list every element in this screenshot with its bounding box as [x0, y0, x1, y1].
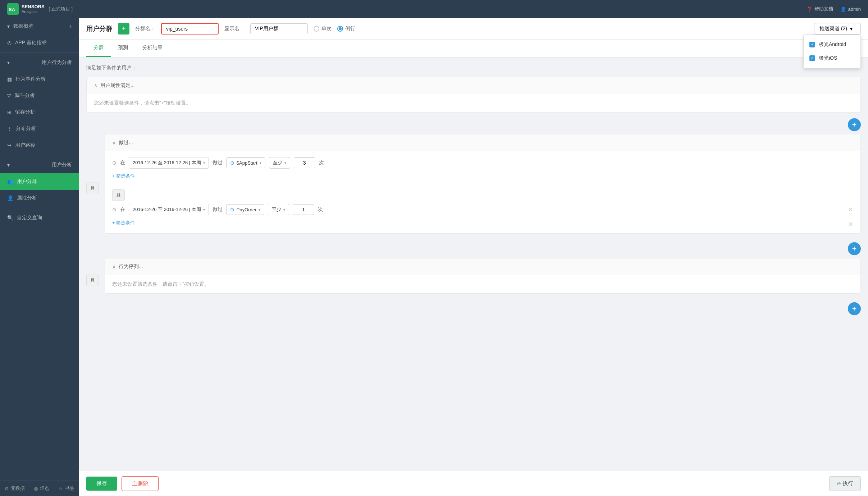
bar-chart-icon: ▦ [7, 76, 12, 82]
grid-icon: ⊞ [7, 109, 12, 115]
outer-and-badge: 且 [86, 183, 99, 194]
content-tabs: 分群 预测 分析结果 [79, 40, 868, 58]
operator-value-2: 至少 [272, 206, 281, 213]
add-done-button[interactable]: + [848, 242, 861, 255]
spacer-1 [112, 179, 853, 184]
sidebar-item-attribute-analysis[interactable]: 👤 属性分析 [0, 190, 79, 206]
help-button[interactable]: ❓ 帮助文档 [807, 6, 833, 12]
sidebar-bottom-meta[interactable]: ⊙ 元数据 [5, 485, 25, 492]
topbar-right: ❓ 帮助文档 👤 admin [807, 6, 861, 12]
admin-button[interactable]: 👤 admin [840, 6, 861, 12]
save-button[interactable]: 保存 [86, 477, 117, 491]
add-filter-label-1: + 筛选条件 [112, 173, 135, 179]
push-option-ios[interactable]: ✓ 极光iOS [804, 51, 860, 65]
add-user-attr-button[interactable]: + [848, 118, 861, 131]
done-collapse-icon[interactable]: ∧ [112, 140, 116, 146]
push-channel-button[interactable]: 推送渠道 (2) ▾ [814, 23, 861, 35]
date-range-select-1[interactable]: 2016-12-26 至 2016-12-26 | 本周 ▾ [129, 157, 209, 169]
count-input-1[interactable] [294, 157, 315, 168]
date-range-select-2[interactable]: 2016-12-26 至 2016-12-26 | 本周 ▾ [129, 204, 209, 215]
checkbox-android: ✓ [809, 42, 815, 47]
date-range-arrow-2: ▾ [203, 208, 205, 212]
operator-select-2[interactable]: 至少 ▾ [268, 204, 289, 215]
display-name-input[interactable] [250, 23, 308, 34]
sidebar-item-label: APP 基础指标 [15, 40, 47, 46]
push-option-android[interactable]: ✓ 极光Android [804, 38, 860, 51]
sidebar-item-label: 用户分群 [17, 178, 37, 185]
user-attr-body: 您还未设置筛选条件，请点击"+"按钮设置。 [87, 94, 860, 112]
event-select-1[interactable]: ⊙ $AppStart ▾ [226, 157, 265, 168]
done-block: ∧ 做过... ⊙ 在 2016-12-26 至 2016-12-26 | 本周… [105, 134, 861, 234]
radio-once[interactable]: 单次 [314, 26, 332, 32]
display-name-label: 显示名： [224, 26, 245, 32]
chevron-down-icon: ▾ [850, 26, 853, 32]
sequence-block: ∧ 行为序列... 您还未设置筛选条件，请点击"+"按钮设置。 [105, 258, 861, 294]
sidebar-item-event-analysis[interactable]: ▦ 行为事件分析 [0, 71, 79, 87]
event-name-2: PayOrder [237, 207, 257, 212]
admin-icon: 👤 [840, 6, 846, 12]
in-label-2: 在 [120, 206, 125, 213]
inner-and-badge: 且 [112, 189, 125, 201]
inner-and-row: 且 [112, 187, 853, 201]
push-dropdown-container: 推送渠道 (2) ▾ ✓ 极光Android ✓ 极光iOS [814, 23, 861, 35]
sidebar-bottom-bookmarks[interactable]: ☆ 书签 [59, 485, 74, 492]
radio-recurring[interactable]: 例行 [337, 26, 355, 32]
admin-label: admin [848, 6, 861, 12]
collapse-icon[interactable]: ∧ [94, 83, 97, 88]
sidebar-item-user-behavior[interactable]: ▾ 用户行为分析 [0, 54, 79, 71]
path-icon: ↪ [7, 142, 12, 148]
radio-recurring-label: 例行 [345, 26, 355, 32]
radio-once-label: 单次 [321, 26, 332, 32]
sidebar-item-retention[interactable]: ⊞ 留存分析 [0, 104, 79, 120]
sidebar-item-app-metrics[interactable]: ◎ APP 基础指标 [0, 35, 79, 51]
condition-intro: 满足如下条件的用户： [86, 65, 861, 71]
logo-text: SENSORS Analytics [22, 4, 45, 14]
sequence-collapse-icon[interactable]: ∧ [112, 264, 116, 270]
query-icon: 🔍 [7, 215, 13, 221]
execute-button[interactable]: ⊙ 执行 [829, 476, 861, 491]
add-filter-2[interactable]: + 筛选条件 [112, 220, 853, 226]
operator-select-1[interactable]: 至少 ▾ [269, 157, 290, 169]
tab-segment[interactable]: 分群 [86, 40, 111, 57]
done-block-body: ⊙ 在 2016-12-26 至 2016-12-26 | 本周 ▾ 做过 ⊙ … [105, 151, 860, 233]
tab-predict[interactable]: 预测 [111, 40, 135, 57]
sidebar-item-label: 行为事件分析 [15, 76, 46, 82]
sidebar-bottom: ⊙ 元数据 ◎ 埋点 ☆ 书签 [0, 481, 79, 496]
sidebar-item-funnel[interactable]: ▽ 漏斗分析 [0, 87, 79, 104]
add-sequence-button[interactable]: + [848, 302, 861, 315]
sidebar-divider-2 [0, 155, 79, 155]
distribution-icon: ⋮ [7, 126, 12, 132]
sequence-empty: 您还未设置筛选条件，请点击"+"按钮设置。 [112, 281, 853, 288]
tracking-icon: ◎ [34, 486, 38, 491]
sidebar-item-custom-query[interactable]: 🔍 自定义查询 [0, 210, 79, 226]
delete-row-1[interactable]: ✕ [848, 206, 853, 213]
count-input-2[interactable] [293, 204, 314, 215]
radio-group: 单次 例行 [314, 26, 355, 32]
tab-analysis[interactable]: 分析结果 [135, 40, 170, 57]
sidebar-bottom-tracking[interactable]: ◎ 埋点 [34, 485, 49, 492]
sidebar-item-user-analysis[interactable]: ▾ 用户分析 [0, 157, 79, 173]
add-segment-button[interactable]: + [118, 23, 129, 35]
event-arrow-2: ▾ [259, 208, 260, 212]
plus-icon[interactable]: + [69, 23, 72, 29]
camera-icon-2: ⊙ [112, 207, 117, 212]
event-name-1: $AppStart [237, 160, 257, 166]
content-body: 满足如下条件的用户： ∧ 用户属性满足... 您还未设置筛选条件，请点击"+"按… [79, 58, 868, 471]
sidebar-item-label: 用户分析 [52, 162, 72, 168]
add-filter-1[interactable]: + 筛选条件 [112, 173, 853, 179]
done-label-2: 做过 [213, 206, 223, 213]
user-attr-empty: 您还未设置筛选条件，请点击"+"按钮设置。 [94, 100, 853, 106]
sidebar-item-data-overview[interactable]: ▾ 数据概览 + [0, 18, 79, 35]
add-user-attr-row: + [86, 118, 861, 131]
event-arrow-1: ▾ [260, 161, 261, 165]
segment-name-input[interactable] [161, 23, 219, 35]
sidebar-item-user-segmentation[interactable]: 👥 用户分群 [0, 173, 79, 190]
event-select-2[interactable]: ⊙ PayOrder ▾ [226, 204, 265, 215]
brand-analytics: Analytics [22, 9, 45, 14]
sidebar-item-distribution[interactable]: ⋮ 分布分析 [0, 120, 79, 137]
event-icon-2: ⊙ [230, 207, 234, 212]
delete-button[interactable]: 血删除 [122, 476, 159, 491]
delete-row-2[interactable]: ✕ [848, 220, 853, 228]
sidebar-item-user-path[interactable]: ↪ 用户路径 [0, 137, 79, 153]
done-block-wrapper: ∧ 做过... ⊙ 在 2016-12-26 至 2016-12-26 | 本周… [105, 134, 861, 239]
